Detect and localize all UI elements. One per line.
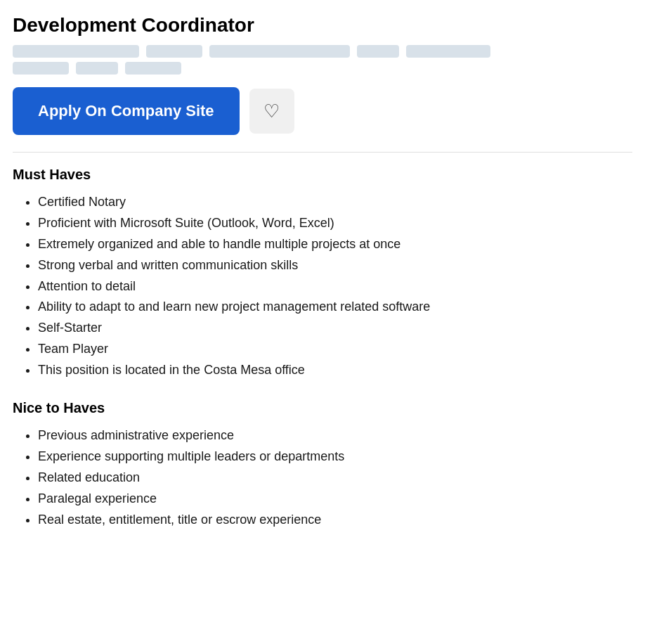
list-item: Extremely organized and able to handle m… <box>38 235 632 255</box>
company-info <box>13 45 632 75</box>
list-item: Team Player <box>38 340 632 359</box>
nice-to-haves-list: Previous administrative experience Exper… <box>13 426 632 529</box>
apply-button[interactable]: Apply On Company Site <box>13 87 240 135</box>
list-item: Previous administrative experience <box>38 426 632 446</box>
list-item: Strong verbal and written communication … <box>38 256 632 276</box>
actions-row: Apply On Company Site ♡ <box>13 87 632 135</box>
heart-icon: ♡ <box>263 101 280 122</box>
must-haves-section: Must Haves Certified Notary Proficient w… <box>13 167 632 380</box>
nice-to-haves-section: Nice to Haves Previous administrative ex… <box>13 400 632 529</box>
must-haves-list: Certified Notary Proficient with Microso… <box>13 193 632 380</box>
list-item: Attention to detail <box>38 277 632 297</box>
list-item: Ability to adapt to and learn new projec… <box>38 297 632 317</box>
list-item: This position is located in the Costa Me… <box>38 361 632 380</box>
nice-to-haves-title: Nice to Haves <box>13 400 632 416</box>
must-haves-title: Must Haves <box>13 167 632 183</box>
list-item: Self-Starter <box>38 318 632 338</box>
list-item: Experience supporting multiple leaders o… <box>38 447 632 467</box>
page-title: Development Coordinator <box>13 14 632 37</box>
list-item: Proficient with Microsoft Suite (Outlook… <box>38 214 632 233</box>
section-divider <box>13 152 632 153</box>
list-item: Related education <box>38 468 632 488</box>
list-item: Real estate, entitlement, title or escro… <box>38 510 632 530</box>
list-item: Certified Notary <box>38 193 632 212</box>
list-item: Paralegal experience <box>38 489 632 509</box>
save-button[interactable]: ♡ <box>249 89 294 134</box>
